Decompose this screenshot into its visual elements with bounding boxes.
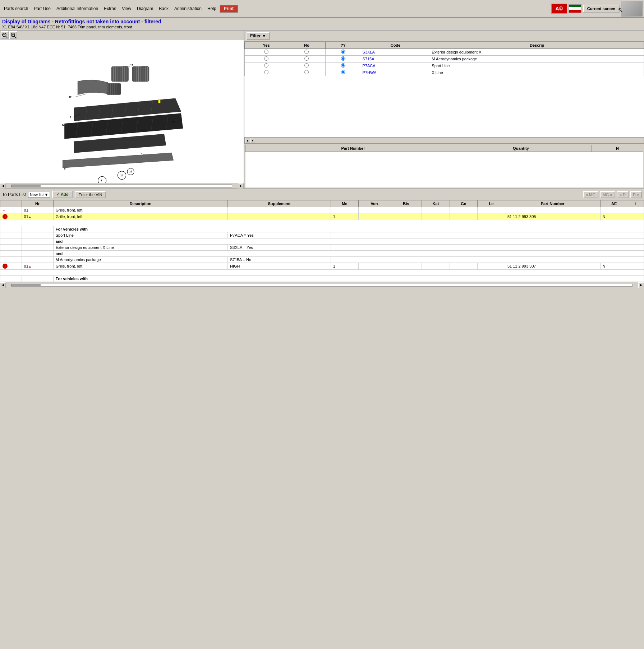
zoom-in-button[interactable]	[9, 31, 17, 39]
filter-no-cell[interactable]	[288, 56, 326, 62]
d-prev-button[interactable]: « D	[617, 191, 629, 198]
col-supplement: Supplement	[228, 200, 331, 207]
table-row: M Aerodynamics package S715A = No	[0, 257, 644, 263]
collapse-cell[interactable]: −	[0, 207, 22, 213]
scroll-right-bottom[interactable]: ▶	[638, 282, 644, 288]
desc-cell: M Aerodynamics package	[53, 257, 227, 263]
menu-view[interactable]: View	[119, 5, 134, 12]
diagram-toolbar	[0, 31, 244, 40]
filter-table-wrapper[interactable]: Yes No ?? Code Descrip S3XLA Exterior de…	[244, 42, 644, 137]
bold-desc-cell: and	[53, 238, 644, 245]
filter-check-cell[interactable]	[325, 49, 361, 56]
partnumber-cell: 51 11 2 993 305	[505, 213, 600, 220]
mg-prev-button[interactable]: « MG	[583, 191, 598, 198]
menu-additional-info[interactable]: Additional Information	[54, 5, 101, 12]
col-ae: AE	[600, 200, 628, 207]
filter-dropdown-button[interactable]: Filter ▼	[247, 32, 270, 40]
filter-table: Yes No ?? Code Descrip S3XLA Exterior de…	[244, 42, 644, 76]
to-parts-list-label: To Parts List	[2, 192, 26, 197]
d-next-button[interactable]: D »	[630, 191, 642, 198]
filter-nav-up[interactable]: ▲	[245, 138, 250, 143]
filter-nav-down[interactable]: ▼	[250, 138, 255, 143]
empty-nr	[22, 257, 53, 263]
filter-no-cell[interactable]	[288, 49, 326, 56]
pn-col-empty	[245, 145, 256, 152]
current-screen-button[interactable]: Current screen	[583, 5, 620, 13]
diagram-panel: 12 4 2 17	[0, 31, 244, 189]
info-cell[interactable]: i	[0, 263, 22, 270]
menubar: Parts search Part Use Additional Informa…	[0, 0, 644, 18]
info-cell[interactable]: i	[0, 213, 22, 220]
mg-next-button[interactable]: MG »	[600, 191, 615, 198]
menu-print[interactable]: Print	[220, 5, 238, 13]
svg-marker-54	[74, 134, 166, 153]
info-icon[interactable]: i	[3, 264, 8, 269]
filter-yes-cell[interactable]	[245, 69, 288, 76]
empty-nr	[22, 232, 53, 238]
filter-yes-cell[interactable]	[245, 62, 288, 69]
svg-text:14: 14	[62, 124, 65, 126]
bottom-scrollbar[interactable]: ◀ ▶	[0, 282, 644, 288]
desc-cell: Grille, front, left	[53, 207, 227, 213]
add-button[interactable]: ✓ Add	[52, 191, 73, 198]
empty-first	[0, 238, 22, 245]
info-icon[interactable]: i	[3, 214, 8, 219]
filter-code-cell: P7ACA	[361, 62, 430, 69]
menu-parts-search[interactable]: Parts search	[1, 5, 31, 12]
supplement-cell: HIGH	[228, 263, 331, 270]
menu-administration[interactable]: Administration	[172, 5, 204, 12]
enter-vin-button[interactable]: Enter the VIN	[75, 191, 106, 198]
menu-right-area: A© Current screen ↖	[551, 1, 643, 17]
empty-first	[0, 251, 22, 257]
svg-text:10: 10	[120, 174, 123, 177]
empty-rest	[331, 232, 644, 238]
filter-yes-cell[interactable]	[245, 56, 288, 62]
svg-text:17: 17	[69, 96, 72, 98]
i-cell	[628, 263, 644, 270]
kat-cell	[422, 207, 450, 213]
scroll-track-bottom[interactable]	[12, 284, 632, 287]
filter-check-cell[interactable]	[325, 69, 361, 76]
filter-check-cell[interactable]	[325, 56, 361, 62]
menu-back[interactable]: Back	[156, 5, 171, 12]
table-row: and	[0, 238, 644, 245]
von-cell	[358, 213, 390, 220]
filter-yes-cell[interactable]	[245, 49, 288, 56]
cursor-icon: ↖	[618, 6, 623, 14]
table-row: For vehicles with	[0, 226, 644, 232]
parts-table-wrapper[interactable]: Nr Description Supplement Me Von Bis Kat…	[0, 200, 644, 282]
scroll-left-bottom[interactable]: ◀	[0, 282, 6, 288]
scroll-left-arrow[interactable]: ◀	[0, 183, 6, 189]
svg-text:12: 12	[130, 64, 133, 67]
filter-no-cell[interactable]	[288, 62, 326, 69]
zoom-out-button[interactable]	[1, 31, 9, 39]
bis-cell	[390, 213, 422, 220]
scroll-track-h[interactable]	[12, 185, 232, 187]
menu-extras[interactable]: Extras	[101, 5, 119, 12]
menu-diagram[interactable]: Diagram	[134, 5, 156, 12]
table-row: Exterior design equipment X Line S3XLA =…	[0, 245, 644, 251]
diagram-svg: 12 4 2 17	[0, 40, 244, 183]
new-list-select[interactable]: New list ▼	[28, 192, 50, 198]
new-list-arrow[interactable]: ▼	[45, 193, 49, 197]
scroll-right-arrow[interactable]: ▶	[238, 183, 244, 189]
diagram-image: 12 4 2 17	[0, 40, 244, 183]
supplement-cell: S3XLA = Yes	[228, 245, 331, 251]
nr-cell: 01▲	[22, 263, 53, 270]
filter-desc-cell: Sport Line	[430, 62, 644, 69]
minus-icon[interactable]: −	[3, 208, 5, 212]
filter-check-cell[interactable]	[325, 62, 361, 69]
scroll-thumb-h[interactable]	[12, 185, 41, 187]
menu-help[interactable]: Help	[205, 5, 219, 12]
diagram-scrollbar-h[interactable]: ◀ ▶	[0, 183, 244, 189]
filter-nav: ▲ ▼	[244, 137, 644, 144]
desc-cell: Sport Line	[53, 232, 227, 238]
col-i: i	[628, 200, 644, 207]
ae-cell: N	[600, 263, 628, 270]
country-flag	[569, 4, 581, 13]
filter-no-cell[interactable]	[288, 69, 326, 76]
svg-text:9: 9	[101, 179, 102, 182]
menu-part-use[interactable]: Part Use	[31, 5, 53, 12]
scroll-thumb-bottom[interactable]	[12, 284, 41, 286]
part-number-panel: Part Number Quantity N	[244, 144, 644, 189]
